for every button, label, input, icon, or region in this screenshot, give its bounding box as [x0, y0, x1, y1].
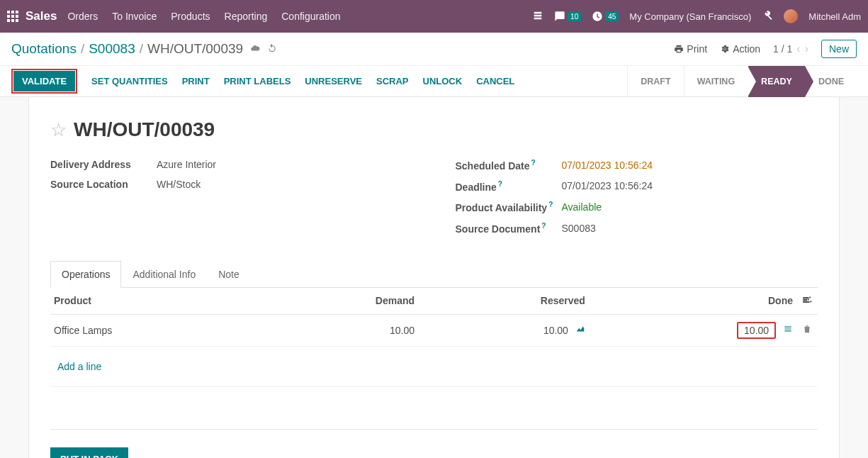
pager: 1 / 1 ‹ ›: [773, 43, 808, 55]
user-name[interactable]: Mitchell Adm: [808, 11, 861, 22]
done-highlight: 10.00: [737, 322, 776, 339]
status-waiting[interactable]: WAITING: [684, 66, 748, 97]
actionbar-left: VALIDATE SET QUANTITIES PRINT PRINT LABE…: [11, 69, 514, 94]
value-scheduled-date[interactable]: 07/01/2023 10:56:24: [562, 160, 653, 171]
label-availability: Product Availability?: [456, 201, 562, 213]
th-demand[interactable]: Demand: [266, 288, 418, 315]
cancel-button[interactable]: CANCEL: [476, 76, 514, 86]
tab-additional-info[interactable]: Additional Info: [121, 261, 207, 287]
add-line[interactable]: Add a line: [54, 354, 105, 379]
bc-sep: /: [81, 41, 84, 57]
company-name[interactable]: My Company (San Francisco): [629, 11, 751, 22]
scrap-button[interactable]: SCRAP: [376, 76, 409, 86]
unlock-button[interactable]: UNLOCK: [423, 76, 463, 86]
set-quantities-button[interactable]: SET QUANTITIES: [91, 76, 168, 86]
value-deadline: 07/01/2023 10:56:24: [562, 180, 653, 191]
fields: Delivery Address Azure Interior Source L…: [50, 159, 818, 243]
nav-items: Orders To Invoice Products Reporting Con…: [67, 11, 532, 22]
cell-reserved[interactable]: 10.00: [418, 314, 589, 346]
breadcrumb: Quotations / S00083 / WH/OUT/00039: [11, 41, 277, 57]
tabs: Operations Additional Info Note: [50, 261, 818, 288]
trash-icon[interactable]: [802, 325, 812, 336]
detail-icon[interactable]: [783, 325, 793, 336]
print-action[interactable]: Print: [674, 43, 707, 55]
pager-prev[interactable]: ‹: [796, 43, 800, 55]
breadcrumb-row: Quotations / S00083 / WH/OUT/00039 Print…: [0, 33, 868, 66]
bc-order[interactable]: S00083: [89, 41, 135, 57]
unreserve-button[interactable]: UNRESERVE: [305, 76, 362, 86]
forecast-icon[interactable]: [575, 325, 585, 336]
messages-badge: 10: [568, 12, 581, 21]
apps-icon[interactable]: [7, 11, 18, 22]
print-label: Print: [687, 43, 707, 55]
cell-product[interactable]: Office Lamps: [50, 314, 266, 346]
table-row[interactable]: Office Lamps 10.00 10.00 10.00: [50, 314, 818, 346]
br-actions: Print Action 1 / 1 ‹ › New: [674, 40, 857, 58]
validate-button[interactable]: VALIDATE: [13, 71, 75, 91]
nav-reporting[interactable]: Reporting: [225, 11, 268, 22]
tab-note[interactable]: Note: [207, 261, 251, 287]
nav-configuration[interactable]: Configuration: [281, 11, 340, 22]
actionbar: VALIDATE SET QUANTITIES PRINT PRINT LABE…: [0, 66, 868, 97]
nav-to-invoice[interactable]: To Invoice: [112, 11, 157, 22]
label-deadline: Deadline?: [456, 180, 562, 193]
print-button[interactable]: PRINT: [182, 76, 210, 86]
value-source-document[interactable]: S00083: [562, 223, 596, 234]
value-source-location[interactable]: WH/Stock: [157, 179, 201, 190]
nav-products[interactable]: Products: [171, 11, 210, 22]
tools-icon[interactable]: [762, 10, 773, 23]
cell-demand[interactable]: 10.00: [266, 314, 418, 346]
label-source-location: Source Location: [50, 179, 157, 190]
star-icon[interactable]: ☆: [50, 119, 67, 141]
label-delivery-address: Delivery Address: [50, 159, 157, 170]
messages-icon[interactable]: 10: [554, 11, 581, 22]
pager-next[interactable]: ›: [805, 43, 808, 55]
undo-icon[interactable]: [267, 43, 277, 55]
page-title: WH/OUT/00039: [74, 118, 215, 141]
label-scheduled-date: Scheduled Date?: [456, 159, 562, 172]
tray-icon[interactable]: [532, 10, 543, 23]
bc-quotations[interactable]: Quotations: [11, 41, 77, 57]
topbar-right: 10 45 My Company (San Francisco) Mitchel…: [532, 9, 861, 23]
title-row: ☆ WH/OUT/00039: [50, 118, 818, 141]
pager-text: 1 / 1: [773, 43, 792, 55]
new-button[interactable]: New: [821, 40, 857, 58]
put-in-pack-button[interactable]: PUT IN PACK: [50, 447, 128, 458]
operations-table: Product Demand Reserved Done Office Lamp…: [50, 288, 818, 430]
value-availability: Available: [562, 201, 602, 213]
brand[interactable]: Sales: [26, 9, 57, 23]
print-labels-button[interactable]: PRINT LABELS: [224, 76, 291, 86]
label-source-document: Source Document?: [456, 222, 562, 235]
cloud-icon[interactable]: [250, 43, 260, 55]
tab-operations[interactable]: Operations: [50, 261, 121, 288]
action-label: Action: [733, 43, 760, 55]
value-delivery-address[interactable]: Azure Interior: [157, 159, 216, 170]
nav-orders[interactable]: Orders: [67, 11, 98, 22]
statusbar: DRAFT WAITING READY DONE: [627, 66, 857, 97]
validate-highlight: VALIDATE: [11, 69, 77, 94]
status-ready[interactable]: READY: [748, 66, 805, 97]
activities-badge: 45: [605, 12, 619, 21]
fields-left: Delivery Address Azure Interior Source L…: [50, 159, 413, 243]
status-draft[interactable]: DRAFT: [627, 66, 683, 97]
avatar[interactable]: [784, 9, 798, 23]
th-options[interactable]: [796, 288, 818, 315]
sliders-icon: [802, 295, 812, 305]
th-product[interactable]: Product: [50, 288, 266, 315]
cell-done[interactable]: 10.00: [589, 314, 796, 346]
fields-right: Scheduled Date? 07/01/2023 10:56:24 Dead…: [456, 159, 818, 243]
activities-icon[interactable]: 45: [592, 11, 619, 22]
bc-sep: /: [140, 41, 143, 57]
bc-current: WH/OUT/00039: [147, 41, 243, 57]
topbar: Sales Orders To Invoice Products Reporti…: [0, 0, 868, 33]
form-sheet: ☆ WH/OUT/00039 Delivery Address Azure In…: [28, 97, 840, 458]
action-menu[interactable]: Action: [720, 43, 760, 55]
th-reserved[interactable]: Reserved: [418, 288, 589, 315]
th-done[interactable]: Done: [589, 288, 796, 315]
cell-delete[interactable]: [796, 314, 818, 346]
